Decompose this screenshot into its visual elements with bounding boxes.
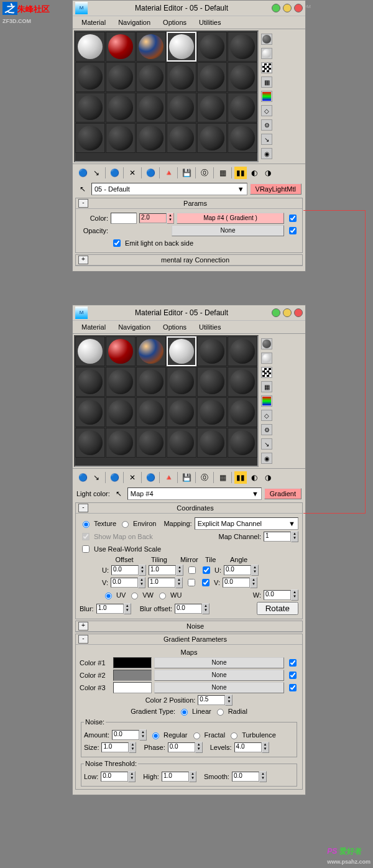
u-angle-input[interactable]: 0.0 xyxy=(224,565,251,575)
color2-position-input[interactable]: 0.5 xyxy=(198,695,225,705)
material-slot[interactable] xyxy=(167,428,196,458)
material-slot[interactable] xyxy=(75,397,105,427)
titlebar[interactable]: M Material Editor - 05 - Default xyxy=(73,1,305,16)
color2-swatch[interactable] xyxy=(113,670,152,681)
make-preview-button[interactable]: ◇ xyxy=(261,105,272,116)
material-slot[interactable] xyxy=(167,397,196,427)
material-slot[interactable] xyxy=(75,93,105,122)
wu-radio[interactable] xyxy=(159,593,166,599)
map-type-button[interactable]: Gradient xyxy=(264,488,302,499)
u-tiling-input[interactable]: 1.0 xyxy=(149,565,176,575)
show-map-button[interactable]: ▦ xyxy=(216,471,229,484)
reset-map-button[interactable]: ✕ xyxy=(126,471,139,484)
u-offset-input[interactable]: 0.0 xyxy=(111,565,139,575)
linear-radio[interactable] xyxy=(181,709,188,716)
color3-map-button[interactable]: None xyxy=(154,682,284,693)
blur-offset-input[interactable]: 0.0 xyxy=(175,604,202,614)
material-slot[interactable] xyxy=(228,62,257,92)
show-map-checkbox[interactable] xyxy=(82,533,90,540)
color-swatch[interactable] xyxy=(111,213,137,224)
spinner-arrows[interactable]: ▲▼ xyxy=(167,213,174,224)
sample-uv-button[interactable]: ▦ xyxy=(261,381,272,392)
close-button[interactable] xyxy=(294,308,303,317)
uv-radio[interactable] xyxy=(105,593,112,599)
material-slot[interactable] xyxy=(106,32,136,62)
get-material-button[interactable]: 🔵 xyxy=(76,167,89,179)
rotate-button[interactable]: Rotate xyxy=(257,602,298,615)
spinner-arrows[interactable]: ▲▼ xyxy=(291,531,298,542)
material-slot[interactable] xyxy=(106,397,136,427)
material-slot[interactable] xyxy=(136,123,166,153)
sample-type-button[interactable] xyxy=(261,34,272,45)
material-slot[interactable] xyxy=(136,397,166,427)
options-button[interactable]: ⚙ xyxy=(261,424,272,435)
u-tile-checkbox[interactable] xyxy=(203,566,210,574)
material-slot[interactable] xyxy=(228,123,257,153)
backlight-button[interactable] xyxy=(261,353,272,364)
color3-enable-checkbox[interactable] xyxy=(289,684,297,691)
real-world-checkbox[interactable] xyxy=(82,545,90,553)
get-material-button[interactable]: 🔵 xyxy=(76,471,89,484)
material-slot[interactable] xyxy=(75,336,105,366)
make-unique-button[interactable]: 🔺 xyxy=(162,471,175,484)
material-slot-selected[interactable] xyxy=(167,32,196,62)
go-forward-button[interactable]: ◑ xyxy=(262,167,274,179)
go-to-parent-button[interactable]: ◐ xyxy=(248,167,260,179)
select-by-material-button[interactable]: ↘ xyxy=(261,134,272,145)
show-end-result-button[interactable]: ▮▮ xyxy=(234,471,247,484)
make-material-copy-button[interactable]: 🔵 xyxy=(144,167,157,179)
make-preview-button[interactable]: ◇ xyxy=(261,410,272,421)
select-by-material-button[interactable]: ↘ xyxy=(261,438,272,450)
maximize-button[interactable] xyxy=(283,308,292,317)
material-slot[interactable] xyxy=(136,428,166,458)
material-slot[interactable] xyxy=(136,62,166,92)
material-slot[interactable] xyxy=(106,123,136,153)
threshold-high-input[interactable]: 1.0 xyxy=(162,772,189,782)
environ-radio[interactable] xyxy=(122,521,129,528)
mapping-select[interactable]: Explicit Map Channel▼ xyxy=(195,517,298,530)
material-slot[interactable] xyxy=(136,336,166,366)
w-angle-input[interactable]: 0.0 xyxy=(264,590,291,600)
material-slot[interactable] xyxy=(167,367,196,397)
color1-enable-checkbox[interactable] xyxy=(289,659,297,667)
material-id-button[interactable]: ⓪ xyxy=(198,167,211,179)
menu-material[interactable]: Material xyxy=(76,17,111,27)
go-to-parent-button[interactable]: ◐ xyxy=(248,471,260,484)
material-slot[interactable] xyxy=(197,123,227,153)
material-slot[interactable] xyxy=(167,123,196,153)
material-slot[interactable] xyxy=(228,428,257,458)
noise-levels-input[interactable]: 4.0 xyxy=(234,742,262,752)
menu-options[interactable]: Options xyxy=(158,322,191,332)
threshold-smooth-input[interactable]: 0.0 xyxy=(232,772,259,782)
material-slot[interactable] xyxy=(106,367,136,397)
background-button[interactable] xyxy=(261,62,272,73)
threshold-low-input[interactable]: 0.0 xyxy=(101,772,128,782)
maximize-button[interactable] xyxy=(283,4,292,12)
rollout-header[interactable]: + mental ray Connection xyxy=(76,255,302,265)
material-slot[interactable] xyxy=(197,32,227,62)
material-name-input[interactable]: 05 - Default▼ xyxy=(91,183,247,195)
menu-utilities[interactable]: Utilities xyxy=(194,322,226,332)
color2-map-button[interactable]: None xyxy=(154,670,284,681)
color3-swatch[interactable] xyxy=(113,682,152,693)
noise-phase-input[interactable]: 0.0 xyxy=(168,742,195,752)
sample-type-button[interactable] xyxy=(261,338,272,349)
show-map-button[interactable]: ▦ xyxy=(216,167,229,179)
video-color-check-button[interactable] xyxy=(261,395,272,407)
background-button[interactable] xyxy=(261,367,272,378)
material-slot[interactable] xyxy=(197,428,227,458)
rollout-header[interactable]: - Gradient Parameters xyxy=(76,634,302,645)
close-button[interactable] xyxy=(294,4,303,12)
material-slot[interactable] xyxy=(75,62,105,92)
material-slot-selected[interactable] xyxy=(167,336,196,366)
radial-radio[interactable] xyxy=(217,709,224,716)
menu-navigation[interactable]: Navigation xyxy=(113,322,155,332)
u-mirror-checkbox[interactable] xyxy=(188,566,196,574)
material-slot[interactable] xyxy=(106,62,136,92)
material-slot[interactable] xyxy=(228,367,257,397)
assign-material-button[interactable]: 🔵 xyxy=(108,167,121,179)
material-slot[interactable] xyxy=(136,32,166,62)
material-slot[interactable] xyxy=(228,397,257,427)
color1-swatch[interactable] xyxy=(113,657,152,668)
vw-radio[interactable] xyxy=(131,593,138,599)
